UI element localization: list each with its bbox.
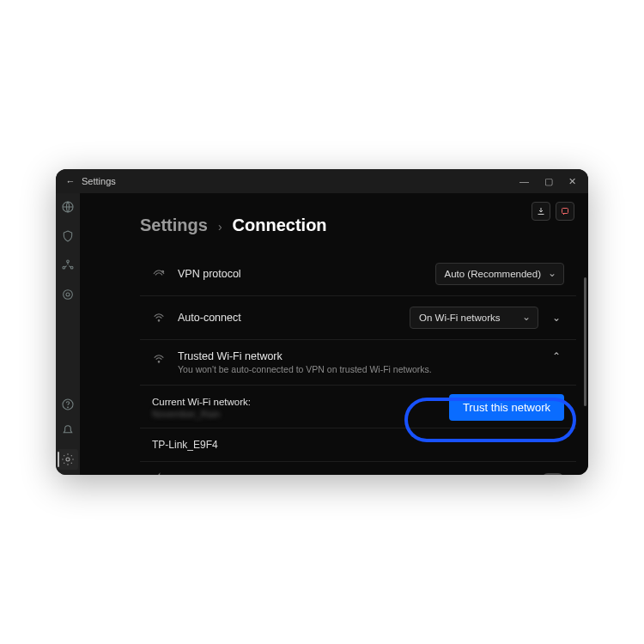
settings-icon[interactable] bbox=[58, 449, 78, 470]
maximize-button[interactable]: ▢ bbox=[544, 176, 553, 187]
current-ssid: November_Rain bbox=[152, 409, 251, 419]
svg-point-7 bbox=[68, 407, 69, 408]
quick-connect-label: Quick Connect on the app launch bbox=[178, 473, 337, 475]
trusted-wifi-row: Trusted Wi-Fi network You won't be auto-… bbox=[140, 340, 576, 386]
app-window: ← Settings — ▢ ✕ bbox=[56, 169, 588, 475]
vpn-protocol-row: VPN protocol Auto (Recommended) bbox=[140, 252, 576, 296]
scrollbar[interactable] bbox=[584, 277, 586, 406]
svg-point-10 bbox=[162, 270, 164, 272]
download-button[interactable] bbox=[532, 202, 550, 221]
mesh-icon[interactable] bbox=[61, 258, 75, 272]
svg-rect-9 bbox=[562, 209, 568, 214]
target-icon[interactable] bbox=[61, 288, 75, 301]
breadcrumb-current: Connection bbox=[233, 216, 327, 235]
svg-point-1 bbox=[67, 260, 70, 263]
trusted-wifi-label: Trusted Wi-Fi network bbox=[178, 350, 432, 362]
autoconnect-label: Auto-connect bbox=[178, 312, 241, 324]
svg-point-8 bbox=[66, 458, 70, 461]
breadcrumb-root[interactable]: Settings bbox=[140, 216, 208, 235]
back-button[interactable]: ← bbox=[63, 176, 78, 186]
vpn-protocol-select[interactable]: Auto (Recommended) bbox=[435, 263, 565, 285]
trusted-wifi-sub: You won't be auto-connected to VPN on tr… bbox=[178, 364, 432, 374]
current-network-label: Current Wi-Fi network: bbox=[152, 397, 251, 407]
breadcrumb: Settings › Connection bbox=[80, 193, 588, 235]
wifi-icon bbox=[152, 352, 167, 366]
saved-network-row[interactable]: TP-Link_E9F4 bbox=[140, 428, 576, 462]
main-panel: Settings › Connection VPN protocol Auto … bbox=[80, 193, 588, 475]
feedback-button[interactable] bbox=[556, 202, 574, 221]
saved-network-name: TP-Link_E9F4 bbox=[152, 439, 218, 451]
trusted-collapse[interactable]: ⌃ bbox=[549, 350, 564, 362]
autoconnect-icon bbox=[152, 311, 167, 325]
chevron-right-icon: › bbox=[218, 220, 222, 234]
notifications-icon[interactable] bbox=[61, 423, 75, 437]
sidebar bbox=[56, 193, 80, 475]
svg-point-4 bbox=[64, 290, 73, 300]
current-network-row: Current Wi-Fi network: November_Rain Tru… bbox=[140, 386, 576, 428]
titlebar-title: Settings bbox=[82, 176, 116, 186]
globe-icon[interactable] bbox=[61, 200, 75, 214]
protocol-icon bbox=[152, 267, 167, 281]
shield-icon[interactable] bbox=[61, 229, 75, 243]
help-icon[interactable] bbox=[61, 398, 75, 411]
titlebar: ← Settings — ▢ ✕ bbox=[56, 169, 588, 193]
vpn-protocol-label: VPN protocol bbox=[178, 268, 241, 280]
minimize-button[interactable]: — bbox=[519, 176, 529, 187]
autoconnect-row: Auto-connect On Wi-Fi networks ⌄ bbox=[140, 296, 576, 340]
close-button[interactable]: ✕ bbox=[568, 176, 576, 187]
bolt-icon bbox=[152, 472, 167, 475]
trust-network-button[interactable]: Trust this network bbox=[449, 394, 564, 421]
svg-point-3 bbox=[70, 266, 73, 269]
quick-toggle-state: Off bbox=[514, 474, 526, 475]
svg-point-5 bbox=[66, 293, 70, 296]
svg-point-12 bbox=[158, 361, 160, 363]
autoconnect-expand[interactable]: ⌄ bbox=[549, 312, 564, 324]
quick-connect-toggle[interactable] bbox=[542, 473, 564, 475]
svg-point-11 bbox=[158, 320, 160, 322]
quick-connect-row: Quick Connect on the app launch Off bbox=[140, 462, 576, 475]
autoconnect-select[interactable]: On Wi-Fi networks bbox=[410, 307, 538, 329]
svg-point-2 bbox=[63, 266, 65, 269]
window-controls: — ▢ ✕ bbox=[519, 176, 581, 187]
